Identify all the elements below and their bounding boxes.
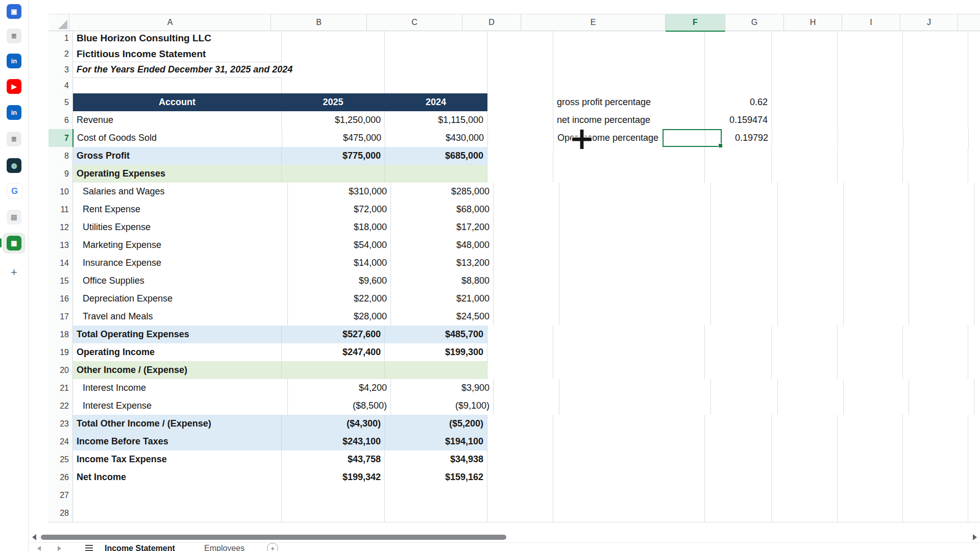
cell-c12[interactable]: $17,200	[391, 218, 494, 237]
cell-f19[interactable]	[705, 343, 772, 362]
cell-i5[interactable]	[903, 93, 968, 112]
cell-d3[interactable]	[487, 62, 553, 78]
row-header-16[interactable]: 16	[48, 290, 73, 308]
cell-d15[interactable]	[494, 272, 559, 290]
cell-b11[interactable]: $72,000	[288, 201, 391, 219]
row-header-22[interactable]: 22	[48, 397, 73, 415]
cell-b16[interactable]: $22,000	[288, 290, 391, 308]
cell-h26[interactable]	[838, 468, 903, 487]
cell-d5[interactable]	[487, 93, 553, 112]
cell-b12[interactable]: $18,000	[288, 218, 391, 237]
cell-j6[interactable]	[968, 111, 980, 130]
cell-a12[interactable]: Utilities Expense	[73, 218, 288, 237]
cell-c18[interactable]: $485,700	[385, 325, 487, 344]
cell-c2[interactable]	[385, 46, 487, 62]
cell-f2[interactable]	[705, 46, 772, 62]
cell-h21[interactable]	[844, 379, 909, 397]
cell-j20[interactable]	[968, 361, 980, 380]
cell-f6[interactable]: 0.159474	[705, 111, 772, 130]
cell-h16[interactable]	[844, 290, 909, 308]
favicon-youtube[interactable]: ▶	[7, 79, 21, 94]
cell-d4[interactable]	[487, 78, 553, 94]
cell-f13[interactable]	[711, 236, 778, 255]
cell-j12[interactable]	[974, 218, 980, 237]
cell-i3[interactable]	[903, 62, 968, 78]
cell-h5[interactable]	[838, 93, 903, 112]
cell-h6[interactable]	[838, 111, 903, 130]
cell-b13[interactable]: $54,000	[288, 236, 391, 255]
column-header-b[interactable]: B	[271, 14, 367, 31]
cell-e8[interactable]	[553, 147, 705, 165]
cell-g16[interactable]	[778, 290, 844, 308]
cell-i6[interactable]	[903, 111, 968, 130]
cell-c10[interactable]: $285,000	[391, 183, 494, 201]
cell-g17[interactable]	[778, 308, 844, 326]
cell-j23[interactable]	[968, 415, 980, 433]
row-header-13[interactable]: 13	[48, 236, 73, 255]
cell-e14[interactable]	[559, 254, 711, 272]
cell-g28[interactable]	[772, 504, 838, 522]
cell-h17[interactable]	[844, 308, 909, 326]
cell-c28[interactable]	[385, 504, 487, 522]
cell-e15[interactable]	[559, 272, 711, 290]
cell-e28[interactable]	[553, 504, 705, 522]
cell-e18[interactable]	[553, 325, 705, 344]
cell-c11[interactable]: $68,000	[391, 201, 494, 219]
row-header-15[interactable]: 15	[48, 272, 73, 290]
cell-d9[interactable]	[487, 165, 553, 183]
cell-h10[interactable]	[844, 183, 909, 201]
cell-a8[interactable]: Gross Profit	[73, 147, 282, 165]
cell-i25[interactable]	[903, 450, 968, 469]
cell-i17[interactable]	[909, 308, 974, 326]
cell-c20[interactable]	[385, 361, 487, 380]
cell-b9[interactable]	[282, 165, 385, 183]
cell-j9[interactable]	[968, 165, 980, 183]
cell-b10[interactable]: $310,000	[288, 183, 391, 201]
sheet-tab-income-statement[interactable]: Income Statement	[105, 544, 175, 551]
cell-h13[interactable]	[844, 236, 909, 255]
cell-a10[interactable]: Salaries and Wages	[73, 183, 288, 201]
column-header-a[interactable]: A	[69, 14, 271, 31]
row-header-18[interactable]: 18	[48, 325, 73, 344]
cell-h2[interactable]	[838, 46, 903, 62]
favicon-gray-site-1[interactable]: ≣	[7, 29, 21, 43]
cell-c5[interactable]: 2024	[385, 93, 487, 112]
cell-b15[interactable]: $9,600	[288, 272, 391, 290]
cell-d22[interactable]	[494, 397, 559, 415]
row-header-27[interactable]: 27	[48, 486, 73, 505]
cell-f27[interactable]	[705, 486, 772, 505]
cell-g1[interactable]	[772, 30, 838, 46]
row-header-24[interactable]: 24	[48, 433, 73, 451]
cell-a15[interactable]: Office Supplies	[73, 272, 288, 290]
cell-j19[interactable]	[968, 343, 980, 362]
cell-g5[interactable]	[772, 93, 838, 112]
cell-b2[interactable]	[282, 46, 385, 62]
row-header-26[interactable]: 26	[48, 468, 73, 487]
cell-e9[interactable]	[553, 165, 705, 183]
cell-c16[interactable]: $21,000	[391, 290, 494, 308]
cell-h18[interactable]	[838, 325, 903, 344]
cell-j5[interactable]	[968, 93, 980, 112]
cell-g23[interactable]	[772, 415, 838, 433]
cell-i15[interactable]	[909, 272, 974, 290]
cell-e25[interactable]	[553, 450, 705, 469]
cell-e7[interactable]: Oper income percentage	[554, 129, 705, 147]
cell-a13[interactable]: Marketing Expense	[73, 236, 288, 255]
cell-j18[interactable]	[968, 325, 980, 344]
cell-a9[interactable]: Operating Expenses	[73, 165, 282, 183]
cell-d1[interactable]	[487, 30, 553, 46]
cell-f5[interactable]: 0.62	[705, 93, 772, 112]
cell-g2[interactable]	[772, 46, 838, 62]
column-header-h[interactable]: H	[784, 14, 842, 31]
cell-a3[interactable]: For the Years Ended December 31, 2025 an…	[73, 62, 282, 78]
cell-a5[interactable]: Account	[73, 93, 282, 112]
cell-j3[interactable]	[968, 62, 980, 78]
cell-c9[interactable]	[385, 165, 487, 183]
cell-g26[interactable]	[772, 468, 838, 487]
cell-e6[interactable]: net income percentage	[553, 111, 705, 130]
cell-e13[interactable]	[559, 236, 711, 255]
cell-f9[interactable]	[705, 165, 772, 183]
cell-f7[interactable]: 0.19792	[705, 129, 772, 147]
cell-a18[interactable]: Total Operating Expenses	[73, 325, 282, 344]
cell-a2[interactable]: Fictitious Income Statement	[73, 46, 282, 62]
